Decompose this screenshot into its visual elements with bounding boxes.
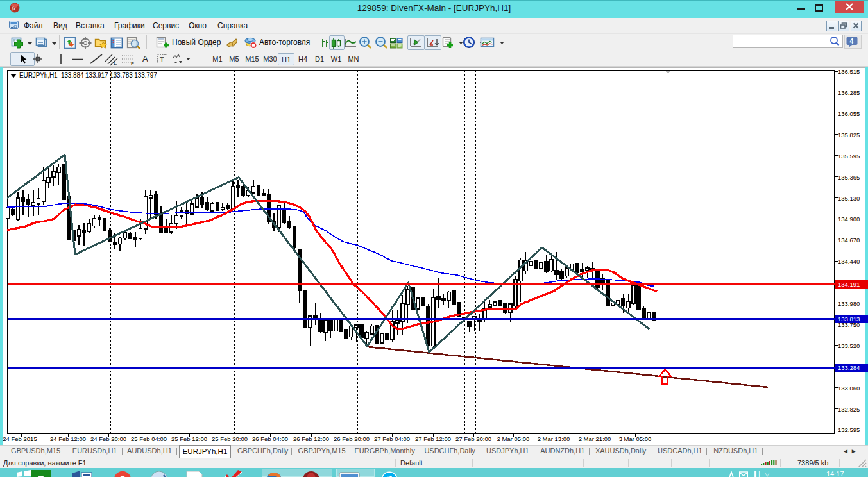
svg-text:я: я bbox=[190, 474, 196, 477]
